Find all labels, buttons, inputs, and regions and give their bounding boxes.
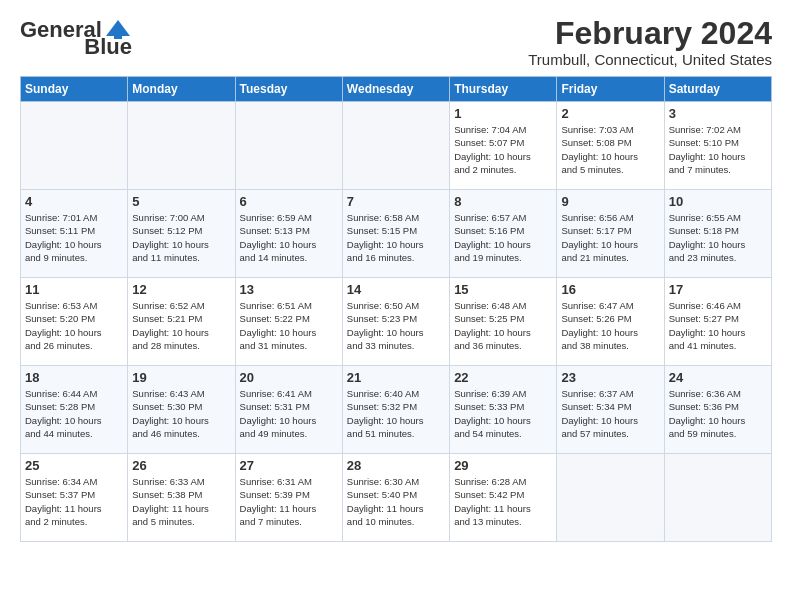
calendar-cell: 19Sunrise: 6:43 AM Sunset: 5:30 PM Dayli… — [128, 366, 235, 454]
day-info: Sunrise: 6:41 AM Sunset: 5:31 PM Dayligh… — [240, 387, 338, 440]
calendar-cell: 27Sunrise: 6:31 AM Sunset: 5:39 PM Dayli… — [235, 454, 342, 542]
calendar-cell: 3Sunrise: 7:02 AM Sunset: 5:10 PM Daylig… — [664, 102, 771, 190]
calendar-title: February 2024 — [528, 16, 772, 51]
day-info: Sunrise: 6:57 AM Sunset: 5:16 PM Dayligh… — [454, 211, 552, 264]
day-number: 24 — [669, 370, 767, 385]
calendar-cell — [21, 102, 128, 190]
day-number: 6 — [240, 194, 338, 209]
day-info: Sunrise: 6:55 AM Sunset: 5:18 PM Dayligh… — [669, 211, 767, 264]
day-number: 7 — [347, 194, 445, 209]
calendar-cell: 15Sunrise: 6:48 AM Sunset: 5:25 PM Dayli… — [450, 278, 557, 366]
day-info: Sunrise: 7:02 AM Sunset: 5:10 PM Dayligh… — [669, 123, 767, 176]
day-number: 3 — [669, 106, 767, 121]
day-number: 9 — [561, 194, 659, 209]
day-info: Sunrise: 7:00 AM Sunset: 5:12 PM Dayligh… — [132, 211, 230, 264]
calendar-row: 11Sunrise: 6:53 AM Sunset: 5:20 PM Dayli… — [21, 278, 772, 366]
day-number: 22 — [454, 370, 552, 385]
calendar-cell — [664, 454, 771, 542]
day-info: Sunrise: 6:43 AM Sunset: 5:30 PM Dayligh… — [132, 387, 230, 440]
day-info: Sunrise: 7:01 AM Sunset: 5:11 PM Dayligh… — [25, 211, 123, 264]
day-info: Sunrise: 6:59 AM Sunset: 5:13 PM Dayligh… — [240, 211, 338, 264]
header: General Blue February 2024 Trumbull, Con… — [20, 16, 772, 68]
calendar-cell: 21Sunrise: 6:40 AM Sunset: 5:32 PM Dayli… — [342, 366, 449, 454]
day-number: 2 — [561, 106, 659, 121]
day-number: 15 — [454, 282, 552, 297]
calendar-table: Sunday Monday Tuesday Wednesday Thursday… — [20, 76, 772, 542]
col-saturday: Saturday — [664, 77, 771, 102]
calendar-row: 1Sunrise: 7:04 AM Sunset: 5:07 PM Daylig… — [21, 102, 772, 190]
col-thursday: Thursday — [450, 77, 557, 102]
day-number: 19 — [132, 370, 230, 385]
calendar-cell: 22Sunrise: 6:39 AM Sunset: 5:33 PM Dayli… — [450, 366, 557, 454]
day-info: Sunrise: 6:30 AM Sunset: 5:40 PM Dayligh… — [347, 475, 445, 528]
calendar-cell — [342, 102, 449, 190]
day-info: Sunrise: 6:47 AM Sunset: 5:26 PM Dayligh… — [561, 299, 659, 352]
day-info: Sunrise: 6:44 AM Sunset: 5:28 PM Dayligh… — [25, 387, 123, 440]
calendar-cell: 28Sunrise: 6:30 AM Sunset: 5:40 PM Dayli… — [342, 454, 449, 542]
logo-blue: Blue — [84, 36, 132, 58]
page: General Blue February 2024 Trumbull, Con… — [0, 0, 792, 552]
calendar-cell: 20Sunrise: 6:41 AM Sunset: 5:31 PM Dayli… — [235, 366, 342, 454]
day-info: Sunrise: 6:37 AM Sunset: 5:34 PM Dayligh… — [561, 387, 659, 440]
calendar-cell: 8Sunrise: 6:57 AM Sunset: 5:16 PM Daylig… — [450, 190, 557, 278]
calendar-cell: 23Sunrise: 6:37 AM Sunset: 5:34 PM Dayli… — [557, 366, 664, 454]
day-info: Sunrise: 6:39 AM Sunset: 5:33 PM Dayligh… — [454, 387, 552, 440]
day-info: Sunrise: 6:31 AM Sunset: 5:39 PM Dayligh… — [240, 475, 338, 528]
col-sunday: Sunday — [21, 77, 128, 102]
day-number: 13 — [240, 282, 338, 297]
day-info: Sunrise: 7:03 AM Sunset: 5:08 PM Dayligh… — [561, 123, 659, 176]
day-number: 8 — [454, 194, 552, 209]
col-tuesday: Tuesday — [235, 77, 342, 102]
calendar-subtitle: Trumbull, Connecticut, United States — [528, 51, 772, 68]
calendar-cell: 10Sunrise: 6:55 AM Sunset: 5:18 PM Dayli… — [664, 190, 771, 278]
day-number: 28 — [347, 458, 445, 473]
calendar-cell: 17Sunrise: 6:46 AM Sunset: 5:27 PM Dayli… — [664, 278, 771, 366]
header-row: Sunday Monday Tuesday Wednesday Thursday… — [21, 77, 772, 102]
day-number: 5 — [132, 194, 230, 209]
calendar-cell: 18Sunrise: 6:44 AM Sunset: 5:28 PM Dayli… — [21, 366, 128, 454]
logo: General Blue — [20, 16, 132, 58]
col-monday: Monday — [128, 77, 235, 102]
calendar-row: 18Sunrise: 6:44 AM Sunset: 5:28 PM Dayli… — [21, 366, 772, 454]
day-info: Sunrise: 6:51 AM Sunset: 5:22 PM Dayligh… — [240, 299, 338, 352]
calendar-cell: 7Sunrise: 6:58 AM Sunset: 5:15 PM Daylig… — [342, 190, 449, 278]
calendar-cell: 25Sunrise: 6:34 AM Sunset: 5:37 PM Dayli… — [21, 454, 128, 542]
day-number: 20 — [240, 370, 338, 385]
calendar-row: 25Sunrise: 6:34 AM Sunset: 5:37 PM Dayli… — [21, 454, 772, 542]
day-number: 10 — [669, 194, 767, 209]
calendar-cell: 26Sunrise: 6:33 AM Sunset: 5:38 PM Dayli… — [128, 454, 235, 542]
calendar-cell — [128, 102, 235, 190]
day-info: Sunrise: 6:34 AM Sunset: 5:37 PM Dayligh… — [25, 475, 123, 528]
day-number: 27 — [240, 458, 338, 473]
col-friday: Friday — [557, 77, 664, 102]
calendar-cell: 16Sunrise: 6:47 AM Sunset: 5:26 PM Dayli… — [557, 278, 664, 366]
calendar-cell: 6Sunrise: 6:59 AM Sunset: 5:13 PM Daylig… — [235, 190, 342, 278]
day-number: 21 — [347, 370, 445, 385]
day-info: Sunrise: 6:56 AM Sunset: 5:17 PM Dayligh… — [561, 211, 659, 264]
day-info: Sunrise: 6:52 AM Sunset: 5:21 PM Dayligh… — [132, 299, 230, 352]
day-info: Sunrise: 6:40 AM Sunset: 5:32 PM Dayligh… — [347, 387, 445, 440]
day-number: 12 — [132, 282, 230, 297]
col-wednesday: Wednesday — [342, 77, 449, 102]
calendar-cell: 29Sunrise: 6:28 AM Sunset: 5:42 PM Dayli… — [450, 454, 557, 542]
calendar-cell: 13Sunrise: 6:51 AM Sunset: 5:22 PM Dayli… — [235, 278, 342, 366]
day-info: Sunrise: 6:53 AM Sunset: 5:20 PM Dayligh… — [25, 299, 123, 352]
day-info: Sunrise: 7:04 AM Sunset: 5:07 PM Dayligh… — [454, 123, 552, 176]
day-number: 18 — [25, 370, 123, 385]
calendar-cell: 24Sunrise: 6:36 AM Sunset: 5:36 PM Dayli… — [664, 366, 771, 454]
day-number: 11 — [25, 282, 123, 297]
calendar-row: 4Sunrise: 7:01 AM Sunset: 5:11 PM Daylig… — [21, 190, 772, 278]
day-number: 14 — [347, 282, 445, 297]
calendar-cell: 11Sunrise: 6:53 AM Sunset: 5:20 PM Dayli… — [21, 278, 128, 366]
calendar-cell — [557, 454, 664, 542]
calendar-cell: 9Sunrise: 6:56 AM Sunset: 5:17 PM Daylig… — [557, 190, 664, 278]
calendar-cell: 14Sunrise: 6:50 AM Sunset: 5:23 PM Dayli… — [342, 278, 449, 366]
day-info: Sunrise: 6:48 AM Sunset: 5:25 PM Dayligh… — [454, 299, 552, 352]
calendar-cell: 2Sunrise: 7:03 AM Sunset: 5:08 PM Daylig… — [557, 102, 664, 190]
day-number: 26 — [132, 458, 230, 473]
day-number: 1 — [454, 106, 552, 121]
title-block: February 2024 Trumbull, Connecticut, Uni… — [528, 16, 772, 68]
day-info: Sunrise: 6:36 AM Sunset: 5:36 PM Dayligh… — [669, 387, 767, 440]
calendar-cell: 1Sunrise: 7:04 AM Sunset: 5:07 PM Daylig… — [450, 102, 557, 190]
day-number: 25 — [25, 458, 123, 473]
